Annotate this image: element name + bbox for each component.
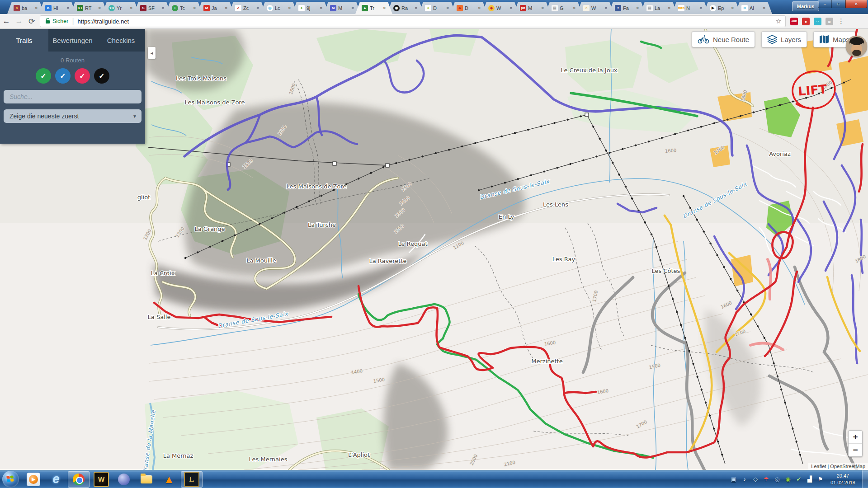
taskbar-wmp-icon[interactable]: ▶ — [23, 471, 44, 488]
filter-blue-button[interactable]: ✓ — [55, 68, 71, 84]
browser-tab-la[interactable]: ▤La✕ — [640, 2, 677, 14]
tab-close-icon[interactable]: ✕ — [34, 6, 38, 10]
tab-close-icon[interactable]: ✕ — [66, 6, 70, 10]
minimize-button[interactable]: – — [818, 0, 832, 8]
bookmark-star-icon[interactable]: ☆ — [776, 17, 782, 25]
steam-icon[interactable]: ◎ — [773, 475, 782, 484]
taskbar-lol-icon[interactable]: L — [181, 471, 203, 488]
display-icon[interactable]: ▣ — [729, 475, 738, 484]
volume-icon[interactable]: ♪ — [740, 475, 749, 484]
browser-tab-ja[interactable]: MJa✕ — [197, 2, 234, 14]
sidebar-collapse-button[interactable]: ◂ — [148, 47, 156, 59]
browser-tab-hi[interactable]: KHi✕ — [39, 2, 76, 14]
tab-close-icon[interactable]: ✕ — [351, 6, 354, 10]
nvidia-icon[interactable]: ◉ — [783, 475, 793, 484]
tab-close-icon[interactable]: ✕ — [731, 6, 734, 10]
tab-close-icon[interactable]: ✕ — [509, 6, 513, 10]
filter-red-button[interactable]: ✓ — [75, 68, 90, 84]
tab-close-icon[interactable]: ✕ — [98, 6, 101, 10]
taskbar-wow-icon[interactable]: W — [90, 471, 112, 488]
usb-icon[interactable]: ✔ — [794, 475, 803, 484]
browser-tab-w[interactable]: ⌂W✕ — [577, 2, 614, 14]
tab-close-icon[interactable]: ✕ — [446, 6, 449, 10]
reload-icon[interactable]: ⟳ — [25, 17, 38, 26]
browser-tab-d[interactable]: 3D✕ — [419, 2, 456, 14]
tab-close-icon[interactable]: ✕ — [636, 6, 639, 10]
filter-green-button[interactable]: ✓ — [36, 68, 51, 84]
browser-tab-ai[interactable]: ∞Ai✕ — [735, 2, 772, 14]
browser-tab-m[interactable]: MM✕ — [324, 2, 361, 14]
taskbar-chrome-icon[interactable] — [68, 471, 90, 488]
avira-icon[interactable]: ☂ — [762, 475, 771, 484]
flag-icon[interactable]: ⚑ — [816, 475, 825, 484]
browser-tab-ba[interactable]: bba✕ — [7, 2, 44, 14]
sidebar-tab-bewertungen[interactable]: Bewertungen — [48, 29, 97, 52]
tab-close-icon[interactable]: ✕ — [256, 6, 259, 10]
tab-close-icon[interactable]: ✕ — [477, 6, 481, 10]
browser-tab-tc[interactable]: TTc✕ — [165, 2, 203, 14]
browser-tab-lc[interactable]: ◎Lc✕ — [260, 2, 297, 14]
browser-tab-ra[interactable]: ◉Ra✕ — [387, 2, 424, 14]
new-route-button[interactable]: Neue Route — [692, 31, 755, 47]
tab-close-icon[interactable]: ✕ — [288, 6, 291, 10]
taskbar-orb-icon[interactable] — [113, 471, 135, 488]
layers-button[interactable]: Layers — [761, 31, 807, 47]
tab-close-icon[interactable]: ✕ — [699, 6, 703, 10]
sidebar-tab-checkins[interactable]: Checkins — [97, 29, 145, 52]
browser-tab-tr[interactable]: ▲Tr✕ — [355, 2, 392, 14]
close-button[interactable]: ✕ — [845, 0, 867, 8]
browser-tab-g[interactable]: ▤G✕ — [545, 2, 582, 14]
tab-close-icon[interactable]: ✕ — [382, 6, 386, 10]
browser-tab-w[interactable]: ◆W✕ — [482, 2, 519, 14]
taskbar-clock[interactable]: 20:47 01.02.2018 — [830, 473, 855, 486]
tab-close-icon[interactable]: ✕ — [129, 6, 133, 10]
browser-tab-zc[interactable]: ZZc✕ — [229, 2, 266, 14]
filter-black-button[interactable]: ✓ — [94, 68, 109, 84]
browser-tab-m[interactable]: pbM✕ — [514, 2, 551, 14]
tab-close-icon[interactable]: ✕ — [224, 6, 228, 10]
browser-tab-n[interactable]: mtbN✕ — [672, 2, 709, 14]
taskbar-ie-icon[interactable]: e — [45, 471, 67, 488]
network-icon[interactable]: ▟ — [805, 475, 814, 484]
browser-tab-ep[interactable]: ▶Ep✕ — [703, 2, 741, 14]
address-bar[interactable]: Sicher | https://trailguide.net ☆ — [40, 15, 786, 27]
browser-tab-9j[interactable]: ●9j✕ — [292, 2, 329, 14]
browser-tab-fa[interactable]: fFa✕ — [609, 2, 646, 14]
browser-tab-d[interactable]: AD✕ — [450, 2, 487, 14]
tab-close-icon[interactable]: ✕ — [161, 6, 165, 10]
tab-close-icon[interactable]: ✕ — [193, 6, 196, 10]
browser-menu-icon[interactable]: ⋮ — [838, 17, 844, 25]
tab-close-icon[interactable]: ✕ — [762, 6, 766, 10]
teal-share-icon[interactable]: ◠ — [814, 18, 821, 25]
browser-tab-sf[interactable]: SSF✕ — [134, 2, 171, 14]
tab-close-icon[interactable]: ✕ — [667, 6, 671, 10]
browser-tab-rt[interactable]: RTRT✕ — [71, 2, 108, 14]
pdf-grey-icon[interactable]: ▨ — [826, 18, 833, 25]
taskbar-explorer-icon[interactable] — [136, 471, 157, 488]
map-attribution[interactable]: Leaflet | OpenStreetMap — [808, 463, 868, 470]
back-icon[interactable]: ← — [0, 17, 13, 26]
sort-dropdown[interactable]: Zeige die neueste zuerst ▼ — [4, 109, 142, 123]
maximize-button[interactable]: □ — [832, 0, 845, 8]
zoom-in-button[interactable]: + — [849, 431, 862, 443]
dropbox-icon[interactable]: ◇ — [751, 475, 760, 484]
user-avatar[interactable] — [846, 36, 867, 57]
zoom-out-button[interactable]: − — [849, 443, 862, 456]
tab-close-icon[interactable]: ✕ — [319, 6, 323, 10]
adblock-icon[interactable]: ABP — [790, 18, 798, 25]
tab-close-icon[interactable]: ✕ — [541, 6, 544, 10]
tab-close-icon[interactable]: ✕ — [414, 6, 418, 10]
search-input[interactable] — [4, 90, 142, 103]
sidebar-tab-trails[interactable]: Trails — [0, 29, 48, 52]
profile-button[interactable]: Markus — [792, 1, 819, 11]
url-text[interactable]: https://trailguide.net — [78, 18, 776, 25]
taskbar-vlc-icon[interactable]: ▲ — [158, 471, 180, 488]
forward-icon[interactable]: → — [13, 17, 25, 26]
browser-tab-yr[interactable]: YRYr✕ — [102, 2, 139, 14]
show-desktop-button[interactable] — [862, 470, 868, 488]
red-shield-icon[interactable]: ◆ — [802, 18, 810, 25]
tab-close-icon[interactable]: ✕ — [604, 6, 608, 10]
start-button[interactable] — [2, 471, 19, 488]
tab-close-icon[interactable]: ✕ — [572, 6, 576, 10]
svg-text:La Salle: La Salle — [148, 314, 171, 320]
